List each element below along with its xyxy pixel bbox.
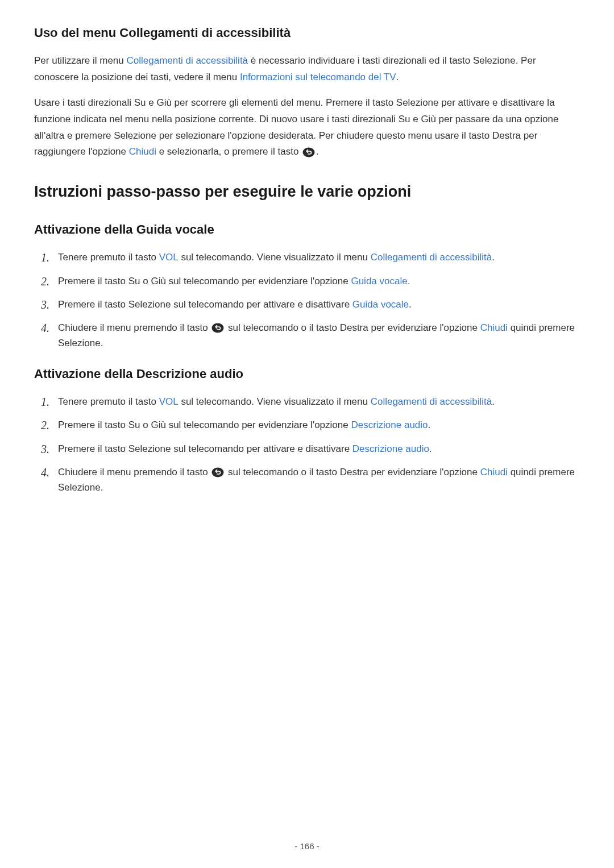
step-number: 2. <box>41 416 49 434</box>
list-item: 3. Premere il tasto Selezione sul teleco… <box>34 441 580 456</box>
step-number: 2. <box>41 272 49 290</box>
text: sul telecomando o il tasto Destra per ev… <box>225 467 480 477</box>
link-collegamenti-accessibilita[interactable]: Collegamenti di accessibilità <box>371 252 492 263</box>
text: Premere il tasto Selezione sul telecoman… <box>58 299 352 310</box>
step-number: 4. <box>41 463 49 481</box>
text: sul telecomando o il tasto Destra per ev… <box>225 322 480 333</box>
link-guida-vocale[interactable]: Guida vocale <box>351 276 407 286</box>
step-number: 1. <box>41 248 49 267</box>
svg-point-2 <box>212 468 224 477</box>
link-informazioni-telecomando[interactable]: Informazioni sul telecomando del TV <box>240 72 396 82</box>
step-number: 3. <box>41 440 49 458</box>
text: e selezionarla, o premere il tasto <box>156 146 301 157</box>
section-title-descrizione-audio: Attivazione della Descrizione audio <box>34 367 580 381</box>
text: Premere il tasto Selezione sul telecoman… <box>58 443 352 454</box>
back-icon <box>211 323 224 333</box>
text: . <box>316 146 319 157</box>
text: . <box>492 396 495 407</box>
link-collegamenti-accessibilita[interactable]: Collegamenti di accessibilità <box>127 55 248 66</box>
link-collegamenti-accessibilita[interactable]: Collegamenti di accessibilità <box>371 396 492 407</box>
back-icon <box>211 467 224 477</box>
text: Premere il tasto Su o Giù sul telecomand… <box>58 420 351 430</box>
text: Per utilizzare il menu <box>34 55 127 66</box>
list-item: 2. Premere il tasto Su o Giù sul telecom… <box>34 273 580 289</box>
list-item: 3. Premere il tasto Selezione sul teleco… <box>34 297 580 312</box>
text: . <box>396 72 399 82</box>
link-descrizione-audio[interactable]: Descrizione audio <box>351 420 428 430</box>
text: . <box>409 299 412 310</box>
text: . <box>429 443 432 454</box>
link-chiudi[interactable]: Chiudi <box>129 146 156 157</box>
page-number: - 166 - <box>0 841 614 851</box>
svg-point-1 <box>212 323 224 333</box>
text: sul telecomando. Viene visualizzato il m… <box>179 396 371 407</box>
text: Chiudere il menu premendo il tasto <box>58 322 210 333</box>
list-item: 2. Premere il tasto Su o Giù sul telecom… <box>34 417 580 433</box>
link-vol[interactable]: VOL <box>159 252 179 263</box>
text: Tenere premuto il tasto <box>58 396 159 407</box>
list-item: 1. Tenere premuto il tasto VOL sul telec… <box>34 394 580 409</box>
step-number: 4. <box>41 319 49 337</box>
paragraph: Per utilizzare il menu Collegamenti di a… <box>34 53 580 86</box>
link-descrizione-audio[interactable]: Descrizione audio <box>352 443 429 454</box>
text: Premere il tasto Su o Giù sul telecomand… <box>58 276 351 286</box>
text: . <box>408 276 410 286</box>
link-chiudi[interactable]: Chiudi <box>480 322 508 333</box>
list-item: 1. Tenere premuto il tasto VOL sul telec… <box>34 250 580 265</box>
text: . <box>428 420 431 430</box>
back-icon <box>302 147 315 157</box>
list-item: 4. Chiudere il menu premendo il tasto su… <box>34 464 580 495</box>
list-item: 4. Chiudere il menu premendo il tasto su… <box>34 320 580 351</box>
text: . <box>492 252 495 263</box>
paragraph: Usare i tasti direzionali Su e Giù per s… <box>34 95 580 161</box>
link-vol[interactable]: VOL <box>159 396 179 407</box>
section-title-istruzioni: Istruzioni passo-passo per eseguire le v… <box>34 183 580 201</box>
steps-descrizione-audio: 1. Tenere premuto il tasto VOL sul telec… <box>34 394 580 495</box>
text: sul telecomando. Viene visualizzato il m… <box>179 252 371 263</box>
steps-guida-vocale: 1. Tenere premuto il tasto VOL sul telec… <box>34 250 580 351</box>
section-title-uso-menu: Uso del menu Collegamenti di accessibili… <box>34 26 580 40</box>
svg-point-0 <box>303 147 315 157</box>
step-number: 3. <box>41 296 49 314</box>
link-guida-vocale[interactable]: Guida vocale <box>352 299 409 310</box>
text: Tenere premuto il tasto <box>58 252 159 263</box>
text: Chiudere il menu premendo il tasto <box>58 467 210 477</box>
step-number: 1. <box>41 393 49 411</box>
section-title-guida-vocale: Attivazione della Guida vocale <box>34 222 580 237</box>
link-chiudi[interactable]: Chiudi <box>480 467 508 477</box>
